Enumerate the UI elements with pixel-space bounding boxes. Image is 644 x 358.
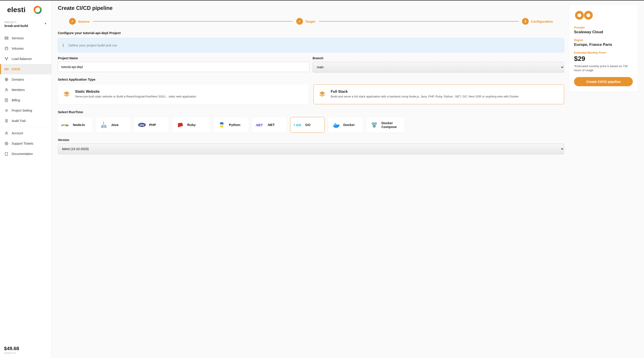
svg-point-9 xyxy=(7,68,8,70)
step-source[interactable]: ✓ Source xyxy=(69,18,90,25)
runtime-go[interactable]: GO GO xyxy=(290,117,325,133)
version-select[interactable]: latest (13-10-2023) xyxy=(58,143,564,154)
app-type-title: Full Stack xyxy=(331,90,519,94)
page-title: Create CI/CD pipeline xyxy=(58,5,564,11)
app-type-static[interactable]: Static Website Serve pre-built static we… xyxy=(58,84,308,104)
audit-trail-icon xyxy=(4,119,8,123)
sidebar-item-documentation[interactable]: Documentation xyxy=(0,149,51,159)
svg-point-4 xyxy=(5,47,8,48)
sidebar-item-volumes[interactable]: Volumes xyxy=(0,43,51,54)
configure-title: Configure your tutorial-api-depl Project xyxy=(58,31,564,35)
sidebar-item-audit-trail[interactable]: Audit Trail xyxy=(0,116,51,126)
info-text: Define your project build and run xyxy=(68,43,117,47)
gear-icon xyxy=(4,108,8,112)
svg-rect-30 xyxy=(335,123,336,124)
credits: $49.68 CREDITS xyxy=(0,342,51,358)
layers-icon xyxy=(62,90,71,99)
sidebar-label: Domains xyxy=(12,78,24,81)
svg-point-6 xyxy=(7,57,8,58)
runtime-java[interactable]: Java xyxy=(96,117,130,133)
project-name-input[interactable] xyxy=(58,62,310,72)
sidebar-label: Account xyxy=(12,131,23,135)
app-type-title: Static Website xyxy=(75,90,196,94)
java-icon xyxy=(99,121,108,129)
branch-select[interactable]: main xyxy=(312,62,564,73)
runtime-nodejs[interactable]: nde NodeJs xyxy=(58,117,92,133)
sidebar-item-load-balancer[interactable]: Load Balancer xyxy=(0,54,51,64)
runtime-ruby[interactable]: Ruby xyxy=(172,117,210,133)
runtime-label: PHP xyxy=(149,123,156,127)
svg-rect-27 xyxy=(334,124,335,125)
svg-rect-17 xyxy=(5,152,8,155)
svg-point-1 xyxy=(34,7,41,13)
sidebar-item-project-setting[interactable]: Project Setting xyxy=(0,105,51,116)
sidebar-label: CI/CD xyxy=(12,67,20,71)
sidebar-label: Volumes xyxy=(12,47,24,50)
step-configuration[interactable]: 3 Configuration xyxy=(522,18,553,25)
docker-compose-icon xyxy=(370,121,379,129)
runtime-label: .NET xyxy=(267,123,275,127)
runtime-label: Python xyxy=(229,123,240,127)
layers-icon xyxy=(318,90,327,99)
sidebar-item-billing[interactable]: Billing xyxy=(0,95,51,105)
svg-text:n: n xyxy=(62,124,63,127)
cicd-icon xyxy=(4,67,8,71)
sidebar-label: Billing xyxy=(12,98,20,102)
svg-point-16 xyxy=(6,143,7,144)
sidebar-item-members[interactable]: Members xyxy=(0,85,51,95)
step-label: Source xyxy=(78,20,90,23)
svg-point-11 xyxy=(6,88,7,90)
nav-divider xyxy=(0,127,51,127)
svg-text:de: de xyxy=(65,124,68,127)
runtime-label: Docker Compose xyxy=(382,121,401,129)
svg-point-13 xyxy=(6,110,7,111)
runtime-label: Select RunTime xyxy=(58,110,564,114)
runtime-docker-compose[interactable]: Docker Compose xyxy=(366,117,404,133)
svg-rect-28 xyxy=(335,124,336,125)
project-label: PROJECT: xyxy=(4,21,28,24)
runtime-python[interactable]: Python xyxy=(214,117,248,133)
svg-point-37 xyxy=(585,12,592,19)
svg-point-15 xyxy=(5,142,8,145)
project-selector[interactable]: PROJECT: break-and-build ▼ xyxy=(0,19,51,31)
summary-panel: Provider Scaleway Cloud Region Europe, F… xyxy=(569,5,638,92)
app-type-desc: Build and serve a full stack application… xyxy=(331,95,519,99)
sidebar-label: Services xyxy=(12,36,24,40)
runtime-label: Java xyxy=(111,123,118,127)
runtime-dotnet[interactable]: .NET .NET xyxy=(252,117,286,133)
price-note: *Estimated monthly price is based on 730… xyxy=(574,64,633,72)
runtime-php[interactable]: php PHP xyxy=(134,117,168,133)
runtime-docker[interactable]: Docker xyxy=(328,117,363,133)
nav: Services Volumes Load Balancer CI/CD Dom… xyxy=(0,31,51,342)
provider-label: Provider xyxy=(574,26,633,29)
svg-text:.NET: .NET xyxy=(256,123,263,127)
sidebar-item-domains[interactable]: Domains xyxy=(0,74,51,85)
services-icon xyxy=(4,36,8,40)
runtime-label: NodeJs xyxy=(73,123,85,127)
logo: elesti xyxy=(0,1,51,19)
step-line xyxy=(93,21,293,22)
sidebar-item-cicd[interactable]: CI/CD xyxy=(0,64,51,74)
info-box: i Define your project build and run xyxy=(58,38,564,52)
info-icon: i xyxy=(62,42,64,48)
sidebar-item-services[interactable]: Services xyxy=(0,33,51,43)
ruby-icon xyxy=(176,121,184,129)
docker-icon xyxy=(332,121,340,129)
app-type-desc: Serve pre-built static website or Build … xyxy=(75,95,196,99)
step-target[interactable]: ✓ Target xyxy=(296,18,315,25)
svg-text:php: php xyxy=(140,124,144,126)
app-type-fullstack[interactable]: Full Stack Build and serve a full stack … xyxy=(314,84,564,104)
sidebar-item-support-tickets[interactable]: Support Tickets xyxy=(0,138,51,149)
svg-rect-3 xyxy=(5,38,8,39)
project-name: break-and-build xyxy=(4,24,28,28)
load-balancer-icon xyxy=(4,57,8,61)
volumes-icon xyxy=(4,47,8,51)
create-pipeline-button[interactable]: Create CI/CD pipeline xyxy=(574,77,633,86)
svg-point-14 xyxy=(6,132,7,133)
python-icon xyxy=(217,121,226,129)
sidebar-item-account[interactable]: Account xyxy=(0,128,51,138)
nodejs-icon: nde xyxy=(61,121,70,129)
sidebar-label: Documentation xyxy=(12,152,33,156)
svg-point-35 xyxy=(375,123,376,124)
support-icon xyxy=(4,141,8,145)
